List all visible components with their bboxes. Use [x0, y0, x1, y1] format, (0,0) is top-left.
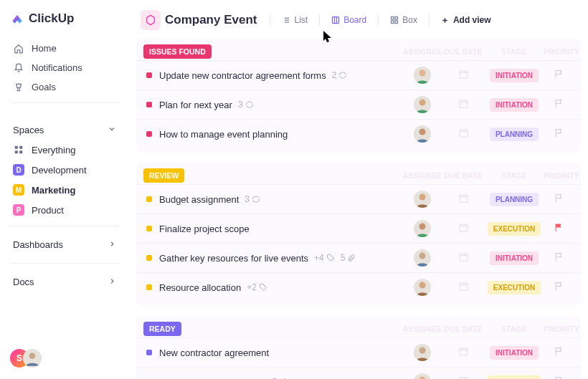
nav-goals-label: Goals	[32, 82, 56, 92]
stage-cell[interactable]: EXECUTION	[485, 375, 544, 380]
status-pill[interactable]: REVIEW	[143, 168, 184, 183]
spaces-heading[interactable]: Spaces	[10, 120, 119, 140]
svg-rect-19	[459, 224, 467, 231]
svg-point-4	[29, 352, 36, 359]
stage-cell[interactable]: EXECUTION	[485, 222, 544, 236]
task-row[interactable]: New contractor agreement INITIATION	[136, 337, 581, 367]
nav-dashboards[interactable]: Dashboards	[10, 232, 119, 257]
assignee-cell[interactable]	[403, 249, 442, 267]
brand-logo[interactable]: ClickUp	[10, 11, 119, 26]
avatar-icon	[414, 373, 431, 379]
priority-cell[interactable]	[544, 222, 574, 235]
task-row[interactable]: Plan for next year3 INITIATION	[136, 90, 581, 119]
nav-home[interactable]: Home	[10, 39, 119, 58]
chevron-right-icon	[108, 277, 116, 287]
status-dot-icon	[146, 226, 152, 231]
status-pill[interactable]: ISSUES FOUND	[143, 44, 212, 59]
stage-badge: EXECUTION	[488, 281, 541, 294]
assignee-cell[interactable]	[403, 125, 442, 143]
task-meta: 3	[238, 100, 254, 110]
due-date-cell[interactable]	[442, 346, 485, 359]
view-tab-list[interactable]: List	[276, 12, 313, 28]
due-date-cell[interactable]	[442, 193, 485, 206]
assignee-cell[interactable]	[403, 220, 442, 237]
task-name: Update new contractor agreement forms2	[159, 70, 403, 81]
priority-cell[interactable]	[544, 193, 574, 206]
assignee-cell[interactable]	[403, 373, 442, 379]
calendar-icon	[458, 346, 469, 359]
box-view-icon	[390, 16, 399, 24]
due-date-cell[interactable]	[442, 128, 485, 140]
task-group: ISSUES FOUND ASSIGNEE DUE DATE STAGE PRI…	[136, 39, 581, 153]
list-icon[interactable]	[141, 10, 161, 30]
calendar-icon	[458, 281, 469, 294]
task-row[interactable]: Gather key resources for live events+4 5…	[136, 243, 581, 272]
priority-cell[interactable]	[544, 251, 574, 264]
task-name: How to manage event planning	[159, 129, 403, 140]
calendar-icon	[458, 128, 469, 140]
task-row[interactable]: Budget assignment3 PLANNING	[136, 184, 581, 214]
due-date-cell[interactable]	[442, 98, 485, 111]
flag-icon	[554, 375, 564, 379]
space-everything[interactable]: Everything	[10, 140, 119, 160]
assignee-cell[interactable]	[403, 191, 442, 208]
task-row[interactable]: How to manage event planning PLANNING	[136, 119, 581, 148]
assignee-cell[interactable]	[403, 344, 442, 361]
space-item-development[interactable]: D Development	[10, 160, 119, 180]
avatar-icon	[414, 279, 431, 296]
status-dot-icon	[146, 131, 152, 137]
flag-icon	[554, 128, 564, 140]
nav-docs[interactable]: Docs	[10, 269, 119, 294]
priority-cell[interactable]	[544, 375, 574, 379]
assignee-cell[interactable]	[403, 67, 442, 84]
avatar-icon	[414, 67, 431, 84]
due-date-cell[interactable]	[442, 69, 485, 82]
add-view-button[interactable]: Add view	[435, 12, 497, 28]
svg-point-18	[419, 224, 426, 230]
view-tab-board[interactable]: Board	[326, 12, 372, 28]
task-row[interactable]: Finalize project scope EXECUTION	[136, 214, 581, 243]
col-stage: STAGE	[485, 48, 544, 56]
status-pill[interactable]: READY	[143, 322, 181, 336]
stage-badge: INITIATION	[490, 98, 539, 112]
sidebar-footer: S	[10, 349, 119, 368]
space-item-marketing[interactable]: M Marketing	[10, 180, 119, 200]
stage-cell[interactable]: INITIATION	[485, 98, 544, 112]
stage-cell[interactable]: INITIATION	[485, 69, 544, 82]
stage-cell[interactable]: INITIATION	[485, 346, 544, 360]
task-row[interactable]: Update new contractor agreement forms2 I…	[136, 60, 581, 90]
due-date-cell[interactable]	[442, 222, 485, 235]
assignee-cell[interactable]	[403, 279, 442, 296]
space-badge-icon: D	[13, 164, 24, 176]
stage-cell[interactable]: EXECUTION	[485, 281, 544, 294]
user-avatar[interactable]	[23, 349, 42, 368]
stage-cell[interactable]: INITIATION	[485, 251, 544, 265]
svg-point-12	[419, 100, 426, 106]
nav-notifications[interactable]: Notifications	[10, 58, 119, 77]
avatar-icon	[414, 344, 431, 361]
priority-cell[interactable]	[544, 128, 574, 140]
priority-cell[interactable]	[544, 346, 574, 359]
task-name: Gather key resources for live events+4 5	[159, 253, 403, 264]
view-tab-box[interactable]: Box	[384, 12, 423, 28]
divider	[10, 226, 119, 226]
chevron-down-icon	[108, 125, 116, 135]
space-item-product[interactable]: P Product	[10, 200, 119, 220]
task-row[interactable]: Refresh company website5 EXECUTION	[136, 367, 581, 379]
priority-cell[interactable]	[544, 98, 574, 111]
stage-cell[interactable]: PLANNING	[485, 128, 544, 141]
nav-goals[interactable]: Goals	[10, 77, 119, 97]
stage-cell[interactable]: PLANNING	[485, 193, 544, 206]
task-row[interactable]: Resource allocation+2 EXECUTION	[136, 272, 581, 302]
due-date-cell[interactable]	[442, 375, 485, 379]
flag-icon	[554, 98, 564, 111]
due-date-cell[interactable]	[442, 281, 485, 294]
flag-icon	[554, 281, 564, 294]
nav-notifications-label: Notifications	[32, 62, 82, 73]
col-assignee: ASSIGNEE	[403, 172, 442, 180]
space-item-label: Development	[32, 165, 87, 176]
due-date-cell[interactable]	[442, 251, 485, 264]
priority-cell[interactable]	[544, 281, 574, 294]
priority-cell[interactable]	[544, 69, 574, 82]
assignee-cell[interactable]	[403, 96, 442, 113]
